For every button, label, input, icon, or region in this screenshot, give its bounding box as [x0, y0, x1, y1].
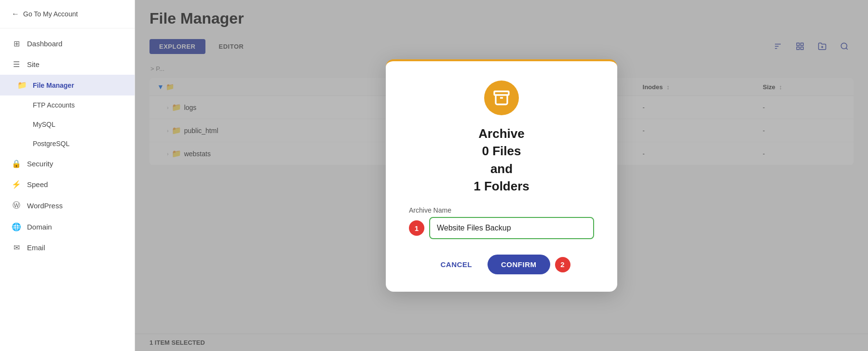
sidebar: ← Go To My Account ⊞ Dashboard ☰ Site 📁 … [0, 0, 135, 351]
archive-icon [493, 89, 510, 107]
sidebar-item-ftp-accounts[interactable]: FTP Accounts [0, 95, 135, 115]
modal-actions: CANCEL CONFIRM 2 [433, 255, 570, 274]
sidebar-item-label: Dashboard [27, 40, 62, 48]
sidebar-item-file-manager[interactable]: 📁 File Manager [0, 75, 135, 95]
sidebar-item-label: Site [27, 60, 40, 68]
back-link[interactable]: ← Go To My Account [0, 0, 135, 28]
sidebar-item-dashboard[interactable]: ⊞ Dashboard [0, 33, 135, 54]
step2-badge: 2 [555, 257, 570, 272]
archive-modal: Archive 0 Files and 1 Folders Archive Na… [386, 59, 617, 292]
cancel-button[interactable]: CANCEL [433, 256, 480, 273]
modal-title-line1: Archive [474, 125, 529, 142]
speed-icon: ⚡ [12, 180, 21, 189]
back-label: Go To My Account [23, 10, 78, 18]
modal-overlay: Archive 0 Files and 1 Folders Archive Na… [135, 0, 868, 351]
sidebar-item-label: WordPress [27, 202, 63, 210]
sidebar-item-label: FTP Accounts [33, 101, 75, 109]
sidebar-item-label: PostgreSQL [33, 140, 69, 148]
confirm-row: CONFIRM 2 [488, 255, 570, 274]
sidebar-item-label: Domain [27, 223, 52, 231]
email-icon: ✉ [12, 243, 21, 252]
back-arrow-icon: ← [12, 10, 19, 18]
sidebar-item-site[interactable]: ☰ Site [0, 54, 135, 75]
sidebar-item-speed[interactable]: ⚡ Speed [0, 174, 135, 195]
modal-title-line4: 1 Folders [474, 177, 529, 195]
sidebar-nav: ⊞ Dashboard ☰ Site 📁 File Manager FTP Ac… [0, 28, 135, 351]
domain-icon: 🌐 [12, 222, 21, 231]
modal-icon-circle [484, 81, 519, 115]
confirm-button[interactable]: CONFIRM [488, 255, 550, 274]
sidebar-item-label: Speed [27, 180, 48, 189]
sidebar-item-postgresql[interactable]: PostgreSQL [0, 134, 135, 153]
sidebar-item-domain[interactable]: 🌐 Domain [0, 216, 135, 237]
sidebar-item-label: File Manager [33, 81, 74, 89]
archive-name-input[interactable] [429, 217, 594, 239]
archive-name-label: Archive Name [409, 206, 594, 214]
sidebar-item-email[interactable]: ✉ Email [0, 237, 135, 258]
sidebar-item-label: MySQL [33, 121, 55, 128]
sidebar-item-mysql[interactable]: MySQL [0, 115, 135, 134]
dashboard-icon: ⊞ [12, 39, 21, 48]
main-content: File Manager EXPLORER EDITOR > P... ▼ 📁 [135, 0, 868, 351]
archive-input-row: 1 [409, 217, 594, 239]
wordpress-icon: Ⓦ [12, 201, 21, 211]
modal-title-line3: and [474, 160, 529, 177]
security-icon: 🔒 [12, 159, 21, 168]
sidebar-item-label: Security [27, 160, 53, 168]
file-manager-icon: 📁 [17, 81, 27, 90]
site-icon: ☰ [12, 60, 21, 69]
modal-title-line2: 0 Files [474, 142, 529, 160]
step1-badge: 1 [409, 220, 424, 236]
sidebar-item-wordpress[interactable]: Ⓦ WordPress [0, 195, 135, 216]
svg-rect-11 [494, 91, 509, 95]
sidebar-item-label: Email [27, 243, 45, 252]
modal-title: Archive 0 Files and 1 Folders [474, 125, 529, 195]
sidebar-item-security[interactable]: 🔒 Security [0, 153, 135, 174]
